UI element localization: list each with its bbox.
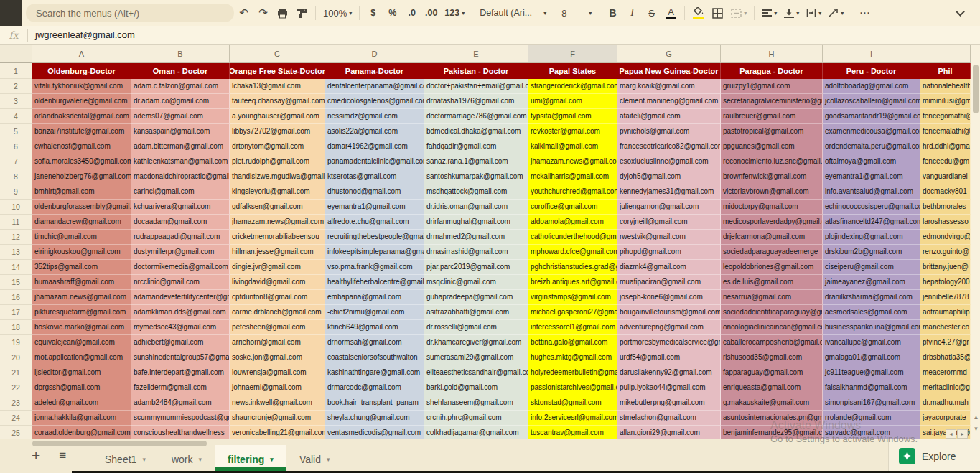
cell-H20[interactable]: rishusood35@gmail.com [721, 350, 823, 365]
cell-E14[interactable]: pjar.parc2019@gmail.com [424, 260, 528, 275]
increase-decimal-button[interactable]: .00 [421, 4, 441, 22]
cell-F7[interactable]: jhamazam.news@gmail.com [528, 154, 617, 169]
cell-B11[interactable]: docaadam@gmail.com [131, 215, 230, 230]
cell-H8[interactable]: brownfenwick@gmail.com [721, 169, 823, 184]
cell-I16[interactable]: dranilkrsharma@gmail.com [823, 290, 920, 305]
cell-B21[interactable]: bafe.interdepart@gmail.com [131, 365, 230, 380]
cell-E11[interactable]: drirfanmughal@gmail.com [424, 215, 528, 230]
header-cell-H1[interactable]: Paragua - Doctor [721, 63, 823, 79]
sheet-tab-valid[interactable]: Valid▾ [286, 445, 343, 473]
more-formats-button[interactable]: 123▾ [441, 4, 468, 22]
cell-I24[interactable]: rrolande@gmail.com [823, 411, 920, 426]
cell-C2[interactable]: lchaka13@gmail.com [230, 79, 325, 94]
hide-menus-button[interactable] [951, 4, 970, 22]
row-number-9[interactable]: 9 [0, 184, 32, 200]
column-header-A[interactable]: A [32, 45, 131, 63]
cell-H23[interactable]: g.makauskaite@gmail.com [721, 395, 823, 411]
cell-G23[interactable]: mikebutlerpng@gmail.com [617, 395, 721, 411]
cell-D5[interactable]: asolis22a@gmail.com [325, 124, 424, 139]
cell-D16[interactable]: embapana@gmail.com [325, 290, 424, 305]
cell-H18[interactable]: oncologiaclinicaincan@gmail.com [721, 320, 823, 335]
cell-H6[interactable]: ppguanes@gmail.com [721, 139, 823, 154]
fill-color-button[interactable] [689, 4, 708, 22]
cell-H22[interactable]: enriqueasta@gmail.com [721, 380, 823, 395]
cell-F23[interactable]: sktonstad@gmail.com [528, 395, 617, 411]
cell-F5[interactable]: revkoster@gmail.com [528, 124, 617, 139]
all-sheets-button[interactable]: ≡ [59, 449, 66, 462]
cell-G12[interactable]: rwestvik@gmail.com [617, 230, 721, 245]
search-menus-input[interactable]: Search the menus (Alt+/) [26, 4, 234, 22]
cell-E7[interactable]: sanaz.rana.1@gmail.com [424, 154, 528, 169]
cell-A11[interactable]: diamandacrew@gmail.com [32, 215, 131, 230]
cell-F20[interactable]: hughes.mktg@gmail.com [528, 350, 617, 365]
cell-I9[interactable]: info.avantsalud@gmail.com [823, 184, 920, 200]
cell-B7[interactable]: kathleenkatsman@gmail.com [131, 154, 230, 169]
cell-H15[interactable]: es.de.luis@gmail.com [721, 275, 823, 290]
column-header-J[interactable] [920, 45, 971, 63]
cell-F25[interactable]: tuscantrav@gmail.com [528, 426, 617, 439]
cell-A14[interactable]: 352tips@gmail.com [32, 260, 131, 275]
row-number-22[interactable]: 22 [0, 380, 32, 395]
cell-B4[interactable]: adems07@gmail.com [131, 109, 230, 124]
cell-H12[interactable]: drjefcarmona@gmail.com [721, 230, 823, 245]
text-color-button[interactable]: A [661, 4, 681, 22]
cell-D20[interactable]: coastalseniorsofsouthwalton [325, 350, 424, 365]
row-number-19[interactable]: 19 [0, 335, 32, 350]
cell-J7[interactable]: fenceedu@gm [920, 154, 971, 169]
cell-F18[interactable]: intercessorel1@gmail.com [528, 320, 617, 335]
cell-B22[interactable]: fazeliderm@gmail.com [131, 380, 230, 395]
cell-G16[interactable]: joseph-kone6@gmail.com [617, 290, 721, 305]
cell-A13[interactable]: eirinigkouskou@gmail.com [32, 245, 131, 260]
cell-G18[interactable]: adventurepng@gmail.com [617, 320, 721, 335]
cell-G5[interactable]: pvnichols@gmail.com [617, 124, 721, 139]
cell-F22[interactable]: passionistarchives@gmail.com [528, 380, 617, 395]
row-number-6[interactable]: 6 [0, 139, 32, 154]
cell-E15[interactable]: msqclinic@gmail.com [424, 275, 528, 290]
add-sheet-button[interactable]: + [32, 448, 40, 463]
column-header-C[interactable]: C [230, 45, 325, 63]
row-number-14[interactable]: 14 [0, 260, 32, 275]
cell-B6[interactable]: adam.bitterman@gmail.com [131, 139, 230, 154]
row-number-15[interactable]: 15 [0, 275, 32, 290]
cell-D13[interactable]: infokeepitsimplepanama@gmail.com [325, 245, 424, 260]
font-select[interactable]: Default (Ari...▾ [476, 4, 550, 22]
cell-E10[interactable]: dr.idris.oman@gmail.com [424, 200, 528, 215]
print-button[interactable] [273, 4, 292, 22]
cell-G2[interactable]: marg.koaik@gmail.com [617, 79, 721, 94]
more-toolbar-button[interactable]: ⋯ [855, 4, 874, 22]
row-number-7[interactable]: 7 [0, 154, 32, 169]
cell-J14[interactable]: brittany.juen@ [920, 260, 971, 275]
cell-G21[interactable]: darusilakenny92@gmail.com [617, 365, 721, 380]
decrease-decimal-button[interactable]: .0 [402, 4, 421, 22]
cell-B13[interactable]: dustymillerpr@gmail.com [131, 245, 230, 260]
cell-G22[interactable]: pulip.lyokao44@gmail.com [617, 380, 721, 395]
cell-B18[interactable]: mymedsec43@gmail.com [131, 320, 230, 335]
cell-B16[interactable]: adamandevefertilitycenter@gmail.com [131, 290, 230, 305]
cell-D21[interactable]: kashinathtingare@gmail.com [325, 365, 424, 380]
cell-D7[interactable]: panamadentalclinic@gmail.com [325, 154, 424, 169]
row-number-23[interactable]: 23 [0, 395, 32, 411]
select-all-corner[interactable] [0, 45, 32, 63]
cell-A24[interactable]: jonna.hakkila@gmail.com [32, 411, 131, 426]
horizontal-align-button[interactable]: ▾ [758, 4, 780, 22]
explore-button[interactable]: Explore [922, 451, 956, 462]
cell-G7[interactable]: esoxluciuslinne@gmail.com [617, 154, 721, 169]
row-number-8[interactable]: 8 [0, 169, 32, 184]
bold-button[interactable]: B [603, 4, 622, 22]
cell-J19[interactable]: pfvinc4.27@gr [920, 335, 971, 350]
cell-B25[interactable]: conscioushealthandwellness [131, 426, 230, 439]
cell-D8[interactable]: ktserotas@gmail.com [325, 169, 424, 184]
cell-G6[interactable]: francescotricarico82@gmail.com [617, 139, 721, 154]
explore-icon[interactable] [899, 448, 915, 464]
row-number-21[interactable]: 21 [0, 365, 32, 380]
cell-H7[interactable]: reconocimiento.luz.snc@gmail.com [721, 154, 823, 169]
cell-A21[interactable]: ijsieditor@gmail.com [32, 365, 131, 380]
redo-button[interactable]: ↷ [253, 4, 273, 22]
cell-E16[interactable]: guhapradeepa@gmail.com [424, 290, 528, 305]
column-header-E[interactable]: E [424, 45, 528, 63]
cell-J9[interactable]: docmacky801 [920, 184, 971, 200]
cell-J20[interactable]: drbsbhatia35@ [920, 350, 971, 365]
cell-H21[interactable]: fapparaguay@gmail.com [721, 365, 823, 380]
cell-F9[interactable]: youthchurchred@gmail.com [528, 184, 617, 200]
cell-A23[interactable]: adeledr@gmail.com [32, 395, 131, 411]
